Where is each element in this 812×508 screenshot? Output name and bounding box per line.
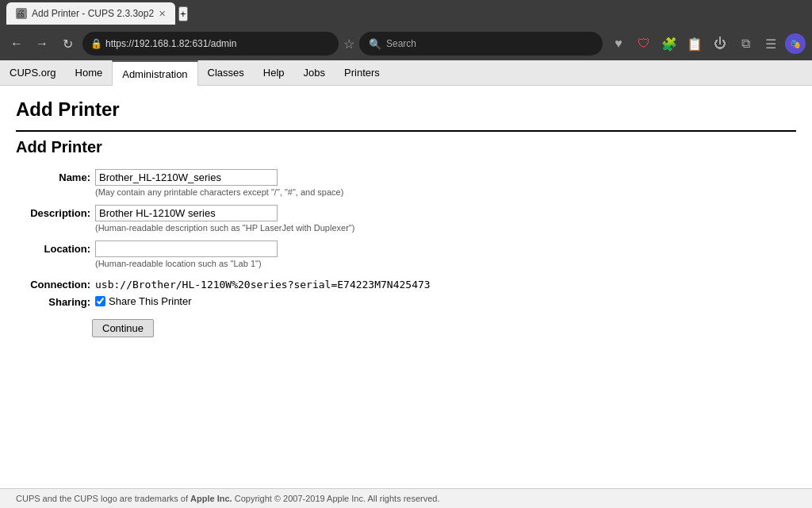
description-input[interactable] — [95, 205, 278, 221]
windows-icon[interactable]: ⧉ — [734, 33, 756, 55]
url-text: https://192.168.1.82:631/admin — [105, 38, 236, 49]
location-label: Location: — [24, 241, 95, 255]
name-field-group: (May contain any printable characters ex… — [95, 169, 343, 202]
page-content: Add Printer Add Printer Name: (May conta… — [0, 86, 812, 350]
description-label: Description: — [24, 205, 95, 219]
connection-text: usb://Brother/HL-1210W%20series?serial=E… — [95, 276, 431, 291]
nav-help[interactable]: Help — [254, 60, 294, 86]
shield-icon[interactable]: 🛡 — [633, 33, 655, 55]
description-row: Description: (Human-readable description… — [24, 205, 796, 237]
sharing-field-group: Share This Printer — [95, 294, 192, 307]
tab-bar: 🖨 Add Printer - CUPS 2.3.3op2 ✕ + — [0, 0, 812, 27]
nav-administration[interactable]: Administration — [112, 60, 197, 86]
sharing-checkbox-group: Share This Printer — [95, 294, 192, 307]
continue-button[interactable]: Continue — [92, 319, 154, 337]
tab-close-icon[interactable]: ✕ — [159, 9, 166, 19]
heart-icon[interactable]: ♥ — [607, 33, 630, 55]
power-icon[interactable]: ⏻ — [709, 33, 731, 55]
nav-cups-org[interactable]: CUPS.org — [0, 60, 66, 86]
location-hint: (Human-readable location such as "Lab 1"… — [95, 259, 278, 268]
search-placeholder: Search — [386, 38, 416, 49]
active-tab[interactable]: 🖨 Add Printer - CUPS 2.3.3op2 ✕ — [6, 2, 175, 25]
search-bar[interactable]: 🔍 Search — [359, 32, 603, 56]
bookmark-icon[interactable]: ☆ — [343, 37, 354, 52]
extension-icon[interactable]: 🧩 — [658, 33, 680, 55]
extension2-icon[interactable]: 📋 — [684, 33, 706, 55]
profile-avatar[interactable]: 🎭 — [785, 33, 806, 54]
name-row: Name: (May contain any printable charact… — [24, 169, 796, 202]
tab-title: Add Printer - CUPS 2.3.3op2 — [32, 8, 154, 19]
nav-printers[interactable]: Printers — [335, 60, 389, 86]
nav-home[interactable]: Home — [66, 60, 113, 86]
new-tab-button[interactable]: + — [178, 6, 188, 21]
section-title: Add Printer — [16, 130, 796, 156]
cups-nav: CUPS.org Home Administration Classes Hel… — [0, 60, 812, 86]
name-label: Name: — [24, 169, 95, 183]
sharing-checkbox[interactable] — [95, 296, 105, 306]
connection-value-group: usb://Brother/HL-1210W%20series?serial=E… — [95, 276, 431, 291]
search-icon: 🔍 — [369, 38, 381, 50]
description-hint: (Human-readable description such as "HP … — [95, 223, 354, 233]
back-button[interactable]: ← — [6, 33, 27, 54]
nav-jobs[interactable]: Jobs — [294, 60, 335, 86]
add-printer-form: Name: (May contain any printable charact… — [24, 169, 796, 308]
location-input[interactable] — [95, 241, 278, 257]
tab-favicon-icon: 🖨 — [16, 8, 27, 19]
browser-toolbar: ← → ↻ 🔒 https://192.168.1.82:631/admin ☆… — [0, 27, 812, 60]
location-field-group: (Human-readable location such as "Lab 1"… — [95, 241, 278, 273]
page-title: Add Printer — [16, 98, 796, 121]
name-input[interactable] — [95, 169, 278, 186]
location-row: Location: (Human-readable location such … — [24, 241, 796, 273]
connection-row: Connection: usb://Brother/HL-1210W%20ser… — [24, 276, 796, 291]
address-bar[interactable]: 🔒 https://192.168.1.82:631/admin — [82, 32, 339, 56]
nav-classes[interactable]: Classes — [198, 60, 254, 86]
sharing-text: Share This Printer — [109, 295, 192, 307]
forward-button[interactable]: → — [32, 33, 52, 54]
reload-button[interactable]: ↻ — [57, 33, 78, 54]
sharing-label: Sharing: — [24, 294, 95, 308]
menu-icon[interactable]: ☰ — [760, 33, 782, 55]
sharing-row: Sharing: Share This Printer — [24, 294, 796, 308]
name-hint: (May contain any printable characters ex… — [95, 187, 343, 197]
description-field-group: (Human-readable description such as "HP … — [95, 205, 354, 237]
connection-label: Connection: — [24, 276, 95, 291]
toolbar-icons: ♥ 🛡 🧩 📋 ⏻ ⧉ ☰ 🎭 — [607, 33, 806, 55]
